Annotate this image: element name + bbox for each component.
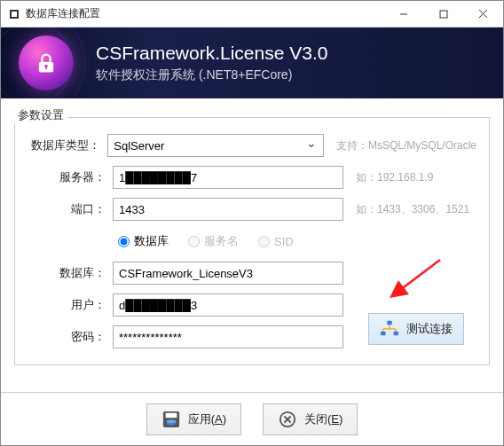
radio-sid-input (258, 236, 270, 247)
radio-sid: SID (258, 235, 294, 248)
banner-subtitle: 软件授权注册系统 (.NET8+EFCore) (96, 67, 327, 83)
titlebar: 数据库连接配置 (1, 1, 503, 27)
port-input[interactable] (113, 198, 343, 221)
lock-icon (19, 35, 74, 90)
database-input[interactable] (113, 262, 343, 285)
radio-database-input[interactable] (118, 236, 130, 247)
svg-rect-18 (165, 412, 177, 417)
password-input[interactable] (113, 325, 343, 348)
minimize-button[interactable] (383, 1, 423, 27)
svg-rect-11 (394, 331, 398, 335)
save-disk-icon (161, 410, 181, 429)
svg-rect-10 (381, 331, 385, 335)
network-icon (380, 319, 399, 340)
radio-database[interactable]: 数据库 (118, 233, 169, 249)
maximize-button[interactable] (423, 1, 463, 27)
banner: CSFramework.License V3.0 软件授权注册系统 (.NET8… (1, 27, 503, 98)
label-db-type: 数据库类型： (24, 137, 107, 153)
dialog-window: 数据库连接配置 CSFramework.License V3.0 软件授权 (0, 0, 504, 446)
hint-db-type: 支持：MsSQL/MySQL/Oracle (324, 138, 476, 153)
close-button[interactable] (463, 1, 503, 27)
fieldset-label: 参数设置 (14, 107, 67, 123)
server-input[interactable] (113, 166, 343, 189)
app-icon (8, 8, 20, 20)
label-port: 端口： (24, 201, 113, 217)
params-fieldset: 数据库类型： SqlServer 支持：MsSQL/MySQL/Oracle 服… (14, 117, 490, 365)
test-connection-label: 测试连接 (406, 321, 453, 337)
svg-point-20 (166, 419, 176, 423)
label-server: 服务器： (24, 169, 113, 185)
radio-service-name-input (188, 236, 200, 247)
db-type-select[interactable]: SqlServer (107, 134, 324, 157)
svg-rect-1 (12, 12, 17, 17)
banner-title: CSFramework.License V3.0 (96, 43, 327, 64)
hint-port: 如：1433、3306、1521 (343, 202, 476, 217)
svg-rect-9 (387, 320, 391, 325)
close-circle-icon (278, 410, 297, 429)
test-connection-button[interactable]: 测试连接 (368, 313, 464, 345)
radio-service-name: 服务名 (188, 233, 239, 249)
svg-rect-8 (45, 67, 47, 70)
label-user: 用户： (24, 297, 113, 313)
label-password: 密码： (24, 329, 113, 345)
close-dialog-button[interactable]: 关闭(E) (263, 403, 358, 435)
svg-rect-3 (440, 11, 447, 18)
label-database: 数据库： (24, 265, 113, 281)
window-title: 数据库连接配置 (26, 6, 383, 21)
hint-server: 如：192.168.1.9 (343, 170, 476, 185)
content-area: 参数设置 数据库类型： SqlServer 支持：MsSQL/MySQL/Ora… (1, 98, 503, 392)
bottom-bar: 应用(A) 关闭(E) (1, 392, 503, 445)
user-input[interactable] (113, 293, 343, 317)
apply-button[interactable]: 应用(A) (146, 403, 241, 435)
